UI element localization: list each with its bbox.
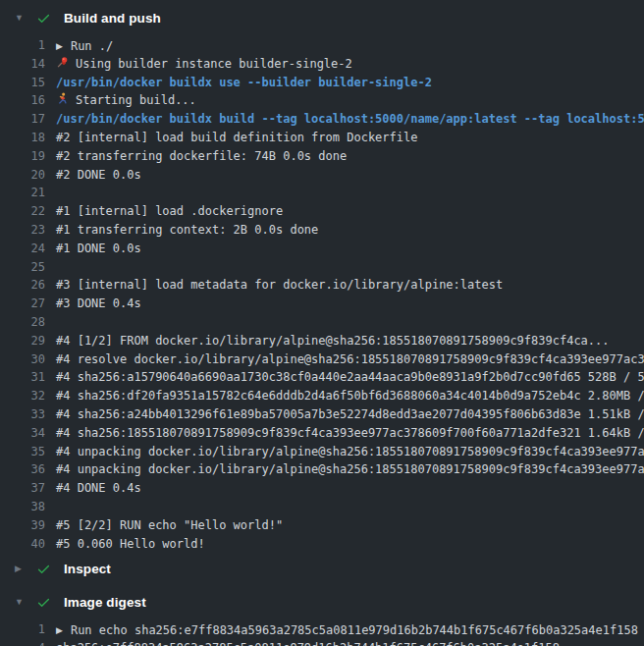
- log-line: 4sha256:e7ff8834a5963a2785c5a0811e979d16…: [0, 639, 644, 646]
- line-number[interactable]: 18: [0, 129, 45, 147]
- log-text: Run echo sha256:e7ff8834a5963a2785c5a081…: [71, 621, 638, 639]
- line-number[interactable]: 34: [0, 424, 45, 443]
- line-number[interactable]: 14: [0, 55, 45, 74]
- line-number[interactable]: 1: [0, 620, 45, 639]
- line-number[interactable]: 22: [0, 202, 45, 221]
- log-line: 24#1 DONE 0.0s: [0, 240, 644, 258]
- log-text: Run ./: [71, 37, 113, 55]
- log-line: 30#4 resolve docker.io/library/alpine@sh…: [0, 350, 644, 369]
- log-line: 28: [0, 313, 644, 332]
- line-number[interactable]: 32: [0, 387, 45, 405]
- line-content: #4 unpacking docker.io/library/alpine@sh…: [56, 460, 644, 479]
- line-content: #1 [internal] load .dockerignore: [56, 202, 283, 221]
- log-text: #4 [1/2] FROM docker.io/library/alpine@s…: [56, 332, 610, 350]
- run-arrow-icon[interactable]: ▶: [56, 37, 63, 55]
- log-text: #2 DONE 0.0s: [56, 166, 141, 185]
- chevron-down-icon[interactable]: ▼: [15, 14, 27, 23]
- line-content: sha256:e7ff8834a5963a2785c5a0811e979d16b…: [56, 639, 560, 646]
- log-text: sha256:e7ff8834a5963a2785c5a0811e979d16b…: [56, 639, 560, 646]
- line-content: #4 resolve docker.io/library/alpine@sha2…: [56, 350, 644, 369]
- log-block-image-digest: 1▶Run echo sha256:e7ff8834a5963a2785c5a0…: [0, 616, 644, 646]
- line-content: #4 sha256:a15790640a6690aa1730c38cf0a440…: [56, 368, 644, 387]
- log-text: #4 DONE 0.4s: [56, 479, 141, 498]
- line-content: #2 transferring dockerfile: 74B 0.0s don…: [56, 147, 347, 166]
- line-number[interactable]: 36: [0, 460, 45, 479]
- section-title: Inspect: [64, 562, 111, 576]
- line-number[interactable]: 4: [0, 639, 45, 646]
- line-number[interactable]: 21: [0, 184, 45, 202]
- line-content: #5 0.060 Hello world!: [56, 535, 205, 554]
- log-line: 35#4 unpacking docker.io/library/alpine@…: [0, 443, 644, 461]
- line-number[interactable]: 38: [0, 498, 45, 516]
- line-content: #1 DONE 0.0s: [56, 240, 141, 258]
- line-number[interactable]: 28: [0, 313, 45, 332]
- check-icon: [36, 595, 52, 610]
- line-number[interactable]: 15: [0, 74, 45, 92]
- log-text: /usr/bin/docker buildx build --tag local…: [56, 110, 644, 129]
- section-header-inspect[interactable]: ▶Inspect: [0, 555, 644, 582]
- check-icon: [36, 11, 52, 26]
- line-content: #3 [internal] load metadata for docker.i…: [56, 276, 503, 295]
- line-number[interactable]: 30: [0, 350, 45, 369]
- log-block-build-and-push: 1▶Run ./14Using builder instance builder…: [0, 31, 644, 553]
- log-text: #5 0.060 Hello world!: [56, 535, 205, 554]
- line-number[interactable]: 24: [0, 240, 45, 258]
- line-number[interactable]: 25: [0, 258, 45, 277]
- line-content: #4 unpacking docker.io/library/alpine@sh…: [56, 443, 644, 461]
- section-header-image-digest[interactable]: ▼Image digest: [0, 588, 644, 616]
- line-content: #2 [internal] load build definition from…: [56, 129, 417, 147]
- log-text: #5 [2/2] RUN echo "Hello world!": [56, 516, 283, 535]
- log-line: 17/usr/bin/docker buildx build --tag loc…: [0, 110, 644, 129]
- runner-icon: [56, 92, 69, 110]
- log-text: #1 transferring context: 2B 0.0s done: [56, 221, 318, 240]
- log-text: #2 transferring dockerfile: 74B 0.0s don…: [56, 147, 347, 166]
- log-line: 38: [0, 498, 644, 516]
- line-content: #1 transferring context: 2B 0.0s done: [56, 221, 318, 240]
- actions-log-viewer: ▼Build and push1▶Run ./14Using builder i…: [0, 0, 644, 646]
- line-number[interactable]: 39: [0, 516, 45, 535]
- log-text: #4 sha256:df20fa9351a15782c64e6dddb2d4a6…: [56, 387, 644, 405]
- log-line: 40#5 0.060 Hello world!: [0, 535, 644, 554]
- chevron-right-icon[interactable]: ▶: [15, 565, 27, 573]
- line-number[interactable]: 19: [0, 147, 45, 166]
- line-number[interactable]: 37: [0, 479, 45, 498]
- line-content: #3 DONE 0.4s: [56, 295, 141, 313]
- pushpin-icon: [56, 56, 69, 74]
- line-number[interactable]: 31: [0, 368, 45, 387]
- line-number[interactable]: 17: [0, 110, 45, 129]
- line-number[interactable]: 16: [0, 91, 45, 110]
- log-line: 27#3 DONE 0.4s: [0, 295, 644, 313]
- log-text: #3 [internal] load metadata for docker.i…: [56, 276, 503, 295]
- log-text: Using builder instance builder-single-2: [76, 55, 352, 74]
- log-text: #4 sha256:185518070891758909c9f839cf4ca3…: [56, 424, 644, 443]
- log-line: 18#2 [internal] load build definition fr…: [0, 129, 644, 147]
- log-text: #4 resolve docker.io/library/alpine@sha2…: [56, 350, 644, 369]
- log-text: /usr/bin/docker buildx use --builder bui…: [56, 74, 432, 92]
- line-number[interactable]: 23: [0, 221, 45, 240]
- log-line: 32#4 sha256:df20fa9351a15782c64e6dddb2d4…: [0, 387, 644, 405]
- line-number[interactable]: 20: [0, 166, 45, 185]
- line-number[interactable]: 1: [0, 36, 45, 55]
- log-line: 33#4 sha256:a24bb4013296f61e89ba57005a7b…: [0, 405, 644, 424]
- log-text: #4 sha256:a15790640a6690aa1730c38cf0a440…: [56, 368, 644, 387]
- section-header-build-and-push[interactable]: ▼Build and push: [0, 4, 644, 31]
- line-number[interactable]: 35: [0, 443, 45, 461]
- line-content: /usr/bin/docker buildx build --tag local…: [56, 110, 644, 129]
- line-number[interactable]: 33: [0, 405, 45, 424]
- log-text: Starting build...: [76, 91, 196, 110]
- log-text: #4 sha256:a24bb4013296f61e89ba57005a7b3e…: [56, 405, 644, 424]
- line-number[interactable]: 26: [0, 276, 45, 295]
- log-text: #1 [internal] load .dockerignore: [56, 202, 283, 221]
- line-content: #4 [1/2] FROM docker.io/library/alpine@s…: [56, 332, 610, 350]
- line-number[interactable]: 40: [0, 535, 45, 554]
- line-content: #4 DONE 0.4s: [56, 479, 141, 498]
- run-arrow-icon[interactable]: ▶: [56, 621, 63, 639]
- log-line: 22#1 [internal] load .dockerignore: [0, 202, 644, 221]
- chevron-down-icon[interactable]: ▼: [15, 598, 27, 607]
- line-content: Starting build...: [56, 91, 196, 110]
- line-number[interactable]: 29: [0, 332, 45, 350]
- log-line: 34#4 sha256:185518070891758909c9f839cf4c…: [0, 424, 644, 443]
- log-line: 21: [0, 184, 644, 202]
- line-number[interactable]: 27: [0, 295, 45, 313]
- line-content: #4 sha256:df20fa9351a15782c64e6dddb2d4a6…: [56, 387, 644, 405]
